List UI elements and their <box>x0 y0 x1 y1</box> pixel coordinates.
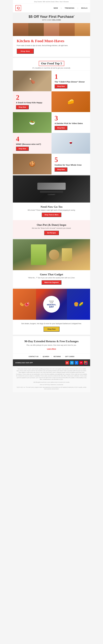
item-4-number: 4 <box>16 136 48 142</box>
item-4-shop-button[interactable]: Shop Now <box>16 147 29 151</box>
divider-1 <box>13 57 90 58</box>
nav-new[interactable]: NEW <box>54 7 58 9</box>
fine-print-privacy: View our full Privacy Statement | Unsubs… <box>16 384 87 386</box>
hero-shop-button[interactable]: Shop Now <box>17 49 34 54</box>
tools-title: Need-Now Go-Tos <box>18 205 85 208</box>
hero-food-img-3 <box>44 23 59 36</box>
privacy-link[interactable]: View our full Privacy Statement | Unsubs… <box>40 384 63 385</box>
promo-banner: $5 Off Your First Purchase* WITH CODE WE… <box>13 12 90 23</box>
fine-print: * Item prices shown may be used towards … <box>13 366 90 392</box>
social-icons: ▶ 𝕏 f P 📷 <box>65 361 88 364</box>
memorial-badge-food-text: Food <box>49 300 54 302</box>
promo-with-code: WITH CODE WELCOME <box>15 19 88 21</box>
top5-header: Our Food Top 5 It's mealtime in real tim… <box>13 58 90 70</box>
returns-subtitle: Plus, we offer pickups for your returns.… <box>18 344 85 346</box>
item-5-title: Cookies for Your Whole Crew <box>55 164 87 166</box>
food-item-5-content: 5 Cookies for Your Whole Crew Shop Now <box>51 154 90 174</box>
divider-2 <box>13 174 90 176</box>
food-item-5-img: 🍪 <box>13 154 51 174</box>
top-nav-bar: Shop Smarter. With real-time Deals & Mor… <box>13 0 90 4</box>
hero-food-img-5 <box>75 23 90 36</box>
instagram-icon[interactable]: 📷 <box>84 361 88 364</box>
food-item-4: 🍷 4 WINE! (Because wine not?) Shop Now <box>13 133 90 154</box>
divider-5 <box>13 335 90 336</box>
hero-food-img-4 <box>59 23 75 36</box>
nav-divider-2: | <box>78 7 78 9</box>
header: Q NEW | TRENDING | DEALS <box>13 4 90 12</box>
memorial-section: 🌭🥩 Food FOR MEMORIAL DAY 🍔🌽 Get steaks, … <box>13 289 90 335</box>
returns-section: 90-Day Extended Returns & Free Exchanges… <box>13 336 90 354</box>
hero-food-img-1 <box>13 23 28 36</box>
food-img-1-visual: 🍗 <box>13 70 51 91</box>
food-img-3-visual: 🥗 <box>13 112 51 133</box>
item-1-shop-button[interactable]: Shop Now <box>55 84 67 88</box>
food-item-4-content: 4 WINE! (Because wine not?) Shop Now <box>13 133 51 154</box>
top-nav-text: Shop Smarter. With real-time Deals & Mor… <box>15 1 88 2</box>
food-item-3-img: 🥗 <box>13 112 51 133</box>
memorial-shop-button[interactable]: Shop Now <box>43 326 60 332</box>
footer-nav-contact[interactable]: CONTACT US <box>26 356 41 357</box>
food-img-2-visual: 🧀 <box>51 92 90 112</box>
memorial-img-bg: 🌭🥩 Food FOR MEMORIAL DAY 🍔🌽 <box>13 289 90 320</box>
item-1-title: The "I Didn't Plan Dinner" Dinner <box>55 80 87 83</box>
hero-food-img-2 <box>28 23 44 36</box>
food-item-1-img: 🍗 <box>13 70 51 91</box>
app-label: DOWNLOAD OUR APP <box>15 362 33 364</box>
promo-code: WELCOME <box>52 19 61 21</box>
item-2-number: 2 <box>16 94 48 101</box>
learn-more-link[interactable]: Learn More <box>47 348 56 350</box>
app-section: DOWNLOAD OUR APP ▶ 𝕏 f P 📷 <box>13 359 90 366</box>
recipes-button[interactable]: Get Recipes <box>44 231 59 235</box>
food-item-4-img: 🍷 <box>51 133 90 154</box>
twitter-letter: 𝕏 <box>71 362 73 364</box>
gadget-img <box>13 239 90 270</box>
tools-section: Need-Now Go-Tos Who knew? These helpers … <box>13 202 90 220</box>
memorial-badge-day-text: DAY <box>49 306 54 308</box>
fine-print-line2: Add @register.email here to your address… <box>16 382 87 383</box>
memorial-badge: Food FOR MEMORIAL DAY <box>43 296 60 313</box>
youtube-icon[interactable]: ▶ <box>65 361 69 364</box>
facebook-icon[interactable]: f <box>75 361 78 364</box>
tools-cta-button[interactable]: Shop Tools & More <box>42 212 61 217</box>
footer-nav-giftcards[interactable]: GIFT CARDS <box>63 356 77 357</box>
logo-q: Q <box>17 6 20 10</box>
nav-deals[interactable]: DEALS <box>81 7 88 9</box>
item-2-shop-button[interactable]: Shop Now <box>16 105 29 109</box>
instagram-symbol: 📷 <box>85 362 87 364</box>
food-item-1: 🍗 1 The "I Didn't Plan Dinner" Dinner Sh… <box>13 70 90 91</box>
divider-3 <box>13 238 90 239</box>
pinterest-icon[interactable]: P <box>79 361 83 364</box>
header-nav: NEW | TRENDING | DEALS <box>54 7 88 9</box>
twitter-icon[interactable]: 𝕏 <box>70 361 74 364</box>
fine-print-line1: * Item prices shown may be used towards … <box>16 368 87 380</box>
watch-segment-button[interactable]: Watch the Segment <box>42 280 62 285</box>
tools-subtitle: Who knew? These helpers make light work … <box>18 209 85 211</box>
footer-nav-qcard[interactable]: QCARD® <box>41 356 51 357</box>
fine-print-copyright: ©QVC 2021, Inc. The mark name, program n… <box>16 386 87 390</box>
gadget-title: Guess That Gadget <box>18 273 85 276</box>
item-5-shop-button[interactable]: Shop Now <box>55 168 67 172</box>
food-item-2-img: 🧀 <box>51 92 90 112</box>
hero-food-strip <box>13 23 90 36</box>
logo-box[interactable]: Q <box>15 5 21 11</box>
food-item-5: 🍪 5 Cookies for Your Whole Crew Shop Now <box>13 154 90 174</box>
footer-nav-returns[interactable]: RETURNS <box>51 356 63 357</box>
footer-nav: CONTACT US QCARD® RETURNS GIFT CARDS <box>13 354 90 359</box>
nav-divider-1: | <box>61 7 62 9</box>
gadget-quote: "What the...?" See if you can unlock the… <box>18 277 85 279</box>
hero-content: Kitchen & Food Must-Haves From eats & tr… <box>13 36 90 57</box>
item-3-shop-button[interactable]: Shop Now <box>55 126 67 130</box>
food-item-2: 🧀 2 A Snack to Keep Kids Happy Shop Now <box>13 91 90 112</box>
food-item-3-content: 3 A Daintier Pick for Video Dates Shop N… <box>51 112 90 133</box>
item-1-number: 1 <box>55 73 87 80</box>
memorial-desc: Get steaks, burgers, hot dogs & more for… <box>18 322 85 325</box>
gadget-section: Guess That Gadget "What the...?" See if … <box>13 270 90 288</box>
returns-title: 90-Day Extended Returns & Free Exchanges <box>18 340 85 343</box>
food-img-5-visual: 🍪 <box>13 154 51 174</box>
hero-title: Kitchen & Food Must-Haves <box>17 38 86 43</box>
divider-4 <box>13 288 90 289</box>
promo-amount: $5 Off Your First Purchase* <box>15 14 88 19</box>
vacuum-img: CUISINART <box>13 176 90 202</box>
food-img-4-visual: 🍷 <box>51 133 90 154</box>
nav-trending[interactable]: TRENDING <box>65 7 74 9</box>
